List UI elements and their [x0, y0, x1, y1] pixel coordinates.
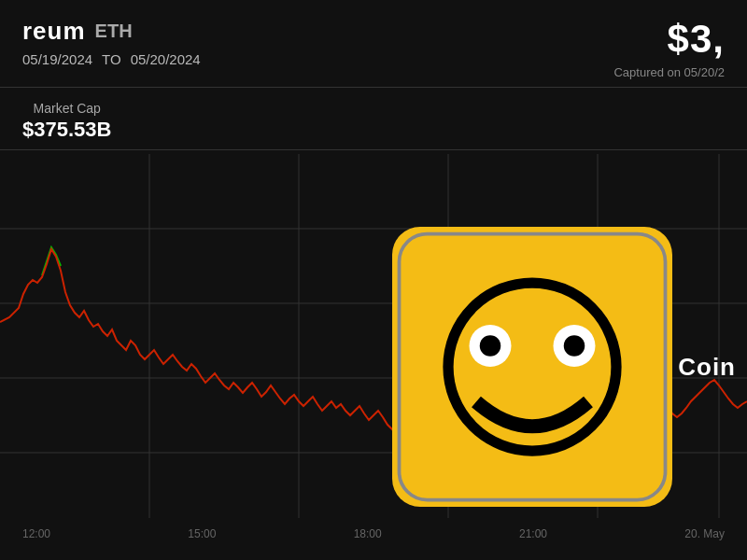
x-label-4: 21:00 — [519, 527, 547, 540]
x-label-2: 15:00 — [188, 527, 216, 540]
main-container: reum ETH 05/19/2024 TO 05/20/2024 $3, Ca… — [0, 0, 747, 560]
header: reum ETH 05/19/2024 TO 05/20/2024 $3, Ca… — [0, 0, 747, 87]
svg-point-14 — [564, 335, 585, 357]
watermark-text: Coin — [678, 353, 736, 382]
coin-name: reum — [22, 17, 86, 46]
watermark: Coin — [392, 227, 736, 507]
chart-area: 12:00 15:00 18:00 21:00 20. May Coin — [0, 154, 747, 518]
date-to: 05/20/2024 — [131, 51, 201, 67]
x-axis-labels: 12:00 15:00 18:00 21:00 20. May — [0, 522, 747, 540]
coin-ticker: ETH — [95, 21, 133, 42]
chart-divider — [0, 149, 747, 150]
price: $3, — [668, 17, 725, 62]
x-label-3: 18:00 — [354, 527, 382, 540]
market-cap-label: Market Cap — [34, 101, 101, 116]
date-to-label: TO — [102, 51, 121, 67]
market-cap-value: $375.53B — [22, 118, 111, 142]
date-range: 05/19/2024 TO 05/20/2024 — [22, 51, 201, 67]
coin-title: reum ETH — [22, 17, 201, 46]
date-from: 05/19/2024 — [22, 51, 92, 67]
x-label-1: 12:00 — [22, 527, 50, 540]
svg-point-13 — [480, 335, 501, 357]
stats-row: Market Cap $375.53B — [0, 88, 747, 149]
watermark-logo-icon — [392, 227, 672, 507]
captured-label: Captured on 05/20/2 — [613, 65, 725, 79]
header-right: $3, Captured on 05/20/2 — [613, 17, 725, 79]
header-left: reum ETH 05/19/2024 TO 05/20/2024 — [22, 17, 201, 67]
x-label-5: 20. May — [684, 527, 725, 540]
market-cap-block: Market Cap $375.53B — [22, 101, 111, 142]
